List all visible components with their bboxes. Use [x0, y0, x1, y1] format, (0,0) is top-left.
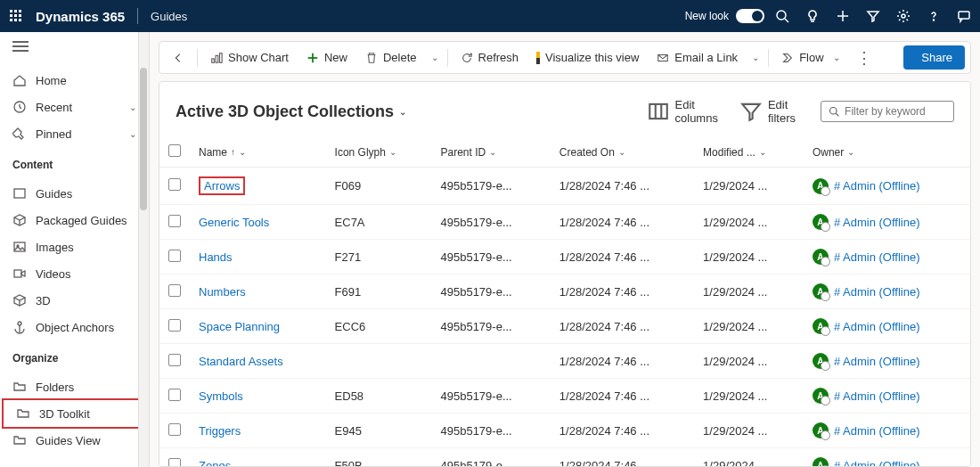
- nav-3d[interactable]: 3D: [0, 287, 149, 314]
- select-all-checkbox[interactable]: [168, 144, 181, 157]
- owner-link[interactable]: # Admin (Offline): [834, 320, 920, 333]
- command-bar: Show Chart New Delete ⌄ Refresh Visualiz…: [159, 41, 971, 74]
- owner-cell[interactable]: A# Admin (Offline): [813, 457, 961, 467]
- row-checkbox[interactable]: [168, 423, 181, 436]
- record-link[interactable]: Triggers: [199, 424, 241, 438]
- nav-videos[interactable]: Videos: [0, 260, 149, 287]
- owner-link[interactable]: # Admin (Offline): [834, 285, 920, 299]
- owner-link[interactable]: # Admin (Offline): [834, 459, 920, 468]
- more-commands-button[interactable]: ⋮: [851, 52, 878, 64]
- owner-cell[interactable]: A# Admin (Offline): [813, 353, 961, 369]
- nav-recent[interactable]: Recent ⌄: [0, 94, 149, 120]
- nav-home-label: Home: [36, 74, 67, 87]
- table-row[interactable]: Space Planning ECC6 495b5179-e... 1/28/2…: [159, 309, 970, 344]
- row-checkbox[interactable]: [168, 458, 181, 468]
- chat-icon[interactable]: [957, 9, 971, 23]
- nav-pinned[interactable]: Pinned ⌄: [0, 120, 149, 147]
- row-checkbox[interactable]: [168, 250, 181, 262]
- nav-scrollbar-thumb[interactable]: [140, 68, 147, 210]
- record-link[interactable]: Symbols: [199, 389, 243, 403]
- nav-packaged[interactable]: Packaged Guides: [0, 207, 149, 234]
- table-row[interactable]: Triggers E945 495b5179-e... 1/28/2024 7:…: [159, 414, 970, 448]
- owner-cell[interactable]: A# Admin (Offline): [813, 388, 961, 404]
- share-button[interactable]: Share: [903, 45, 965, 70]
- record-link[interactable]: Numbers: [199, 285, 246, 299]
- owner-link[interactable]: # Admin (Offline): [834, 389, 920, 403]
- col-owner[interactable]: Owner ⌄: [804, 137, 970, 168]
- delete-button[interactable]: Delete: [358, 46, 424, 69]
- toggle-icon[interactable]: [736, 9, 764, 23]
- back-button[interactable]: [165, 47, 192, 69]
- filter-keyword-box[interactable]: [821, 101, 954, 122]
- table-row[interactable]: Symbols ED58 495b5179-e... 1/28/2024 7:4…: [159, 379, 970, 414]
- nav-3d-toolkit[interactable]: 3D Toolkit: [4, 400, 143, 427]
- row-checkbox[interactable]: [168, 284, 181, 297]
- owner-cell[interactable]: A# Admin (Offline): [813, 318, 961, 334]
- owner-link[interactable]: # Admin (Offline): [834, 250, 920, 264]
- col-name[interactable]: Name ↑ ⌄: [190, 137, 326, 168]
- app-launcher-icon[interactable]: [9, 9, 23, 23]
- col-created[interactable]: Created On ⌄: [551, 137, 694, 168]
- filter-input[interactable]: [845, 105, 946, 118]
- app-name[interactable]: Guides: [151, 10, 187, 23]
- owner-link[interactable]: # Admin (Offline): [834, 355, 920, 368]
- lightbulb-icon[interactable]: [805, 9, 820, 23]
- record-link[interactable]: Zones: [199, 459, 231, 468]
- cell-parent: 495b5179-e...: [431, 274, 550, 309]
- col-parent[interactable]: Parent ID ⌄: [431, 137, 550, 168]
- new-button[interactable]: New: [299, 46, 355, 69]
- row-checkbox[interactable]: [168, 354, 181, 366]
- delete-split[interactable]: ⌄: [428, 48, 442, 67]
- table-row[interactable]: Arrows F069 495b5179-e... 1/28/2024 7:46…: [159, 168, 970, 205]
- svg-point-35: [830, 107, 837, 114]
- nav-guides[interactable]: Guides: [0, 180, 149, 207]
- owner-cell[interactable]: A# Admin (Offline): [813, 178, 961, 194]
- cell-created: 1/28/2024 7:46 ...: [551, 379, 694, 414]
- owner-cell[interactable]: A# Admin (Offline): [813, 214, 961, 230]
- table-row[interactable]: Hands F271 495b5179-e... 1/28/2024 7:46 …: [159, 240, 970, 274]
- record-link[interactable]: Arrows: [199, 176, 245, 195]
- row-checkbox[interactable]: [168, 389, 181, 401]
- help-icon[interactable]: [927, 9, 941, 23]
- record-link[interactable]: Generic Tools: [199, 216, 269, 229]
- col-icon[interactable]: Icon Glyph ⌄: [326, 137, 432, 168]
- owner-cell[interactable]: A# Admin (Offline): [813, 422, 961, 438]
- search-icon[interactable]: [775, 9, 789, 23]
- filter-icon[interactable]: [866, 9, 880, 23]
- table-row[interactable]: Zones F50B 495b5179-e... 1/28/2024 7:46 …: [159, 448, 970, 468]
- visualize-button[interactable]: Visualize this view: [529, 46, 646, 69]
- nav-home[interactable]: Home: [0, 67, 149, 94]
- nav-guides-view[interactable]: Guides View: [0, 427, 149, 454]
- nav-folders[interactable]: Folders: [0, 373, 149, 400]
- nav-images[interactable]: Images: [0, 234, 149, 260]
- gear-icon[interactable]: [896, 9, 911, 23]
- new-look-toggle[interactable]: New look: [685, 9, 764, 23]
- view-title[interactable]: Active 3D Object Collections⌄: [176, 102, 406, 121]
- nav-anchors[interactable]: Object Anchors: [0, 314, 149, 340]
- brand-title[interactable]: Dynamics 365: [36, 9, 125, 24]
- owner-link[interactable]: # Admin (Offline): [834, 216, 920, 229]
- add-icon[interactable]: [836, 9, 850, 23]
- row-checkbox[interactable]: [168, 215, 181, 227]
- table-row[interactable]: Numbers F691 495b5179-e... 1/28/2024 7:4…: [159, 274, 970, 309]
- edit-columns-button[interactable]: Edit columns: [641, 94, 723, 128]
- record-link[interactable]: Standard Assets: [199, 355, 283, 368]
- refresh-button[interactable]: Refresh: [453, 46, 527, 69]
- flow-button[interactable]: Flow⌄: [774, 46, 846, 69]
- row-checkbox[interactable]: [168, 319, 181, 332]
- hamburger-icon[interactable]: [12, 41, 29, 52]
- owner-link[interactable]: # Admin (Offline): [834, 179, 920, 193]
- table-row[interactable]: Standard Assets 1/28/2024 7:46 ... 1/29/…: [159, 344, 970, 379]
- owner-link[interactable]: # Admin (Offline): [834, 424, 920, 438]
- show-chart-button[interactable]: Show Chart: [203, 46, 296, 69]
- owner-cell[interactable]: A# Admin (Offline): [813, 283, 961, 299]
- record-link[interactable]: Space Planning: [199, 320, 280, 333]
- table-row[interactable]: Generic Tools EC7A 495b5179-e... 1/28/20…: [159, 205, 970, 240]
- row-checkbox[interactable]: [168, 178, 181, 191]
- record-link[interactable]: Hands: [199, 250, 233, 264]
- edit-filters-button[interactable]: Edit filters: [734, 94, 801, 128]
- email-split[interactable]: ⌄: [748, 48, 763, 67]
- col-modified[interactable]: Modified ... ⌄: [694, 137, 804, 168]
- email-link-button[interactable]: Email a Link: [649, 46, 745, 69]
- owner-cell[interactable]: A# Admin (Offline): [813, 249, 961, 265]
